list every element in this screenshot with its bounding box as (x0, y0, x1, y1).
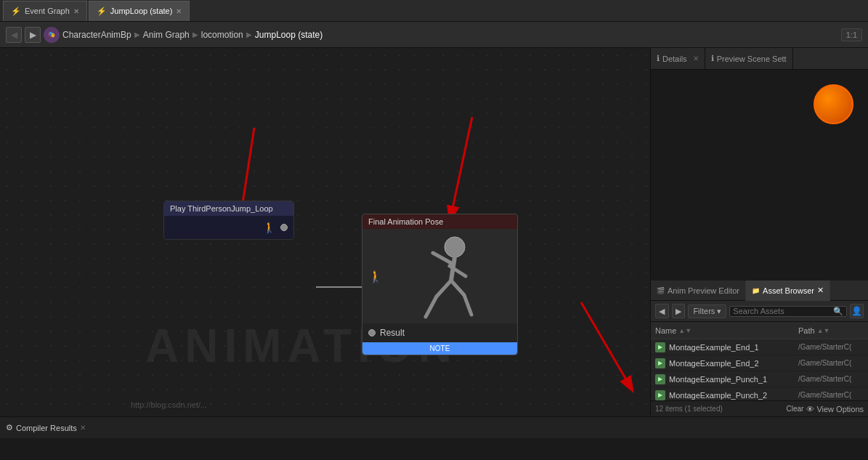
breadcrumb-bar: ◀ ▶ 🎭 CharacterAnimBp ▶ Anim Graph ▶ loc… (0, 22, 868, 48)
col-path-header: Path ▲▼ (798, 326, 864, 335)
play-node-person-icon: 🚶 (263, 222, 275, 233)
preview-scene-label: Preview Scene Sett (717, 55, 787, 63)
right-panel: ℹ Details ✕ ℹ Preview Scene Sett 🎬 Anim … (650, 48, 868, 416)
preview-scene-icon: ℹ (711, 54, 714, 63)
jumploop-icon: ⚡ (97, 7, 107, 16)
asset-row[interactable]: ▶MontageExample_Punch_1/Game/StarterC( (651, 371, 868, 387)
svg-point-6 (445, 237, 465, 257)
nav-forward-button[interactable]: ▶ (25, 27, 41, 43)
asset-browser-toolbar: ◀ ▶ Filters ▾ 🔍 👤 (651, 301, 868, 322)
play-node[interactable]: Play ThirdPersonJump_Loop 🚶 (163, 201, 294, 240)
asset-row[interactable]: ▶MontageExample_Punch_2/Game/StarterC( (651, 387, 868, 400)
red-arrow-3 (567, 288, 650, 404)
anim-preview-label: Anim Preview Editor (668, 286, 739, 295)
tab-bar: ⚡ Event Graph ✕ ⚡ JumpLoop (state) ✕ (0, 0, 868, 22)
asset-status-bar: 12 items (1 selected) Clear 👁 View Optio… (651, 400, 868, 416)
compiler-close[interactable]: ✕ (80, 424, 86, 432)
search-icon: 🔍 (833, 307, 843, 316)
breadcrumb-sep-3: ▶ (246, 31, 252, 39)
watermark-overlay: http://blog.csdn.net/... (131, 400, 207, 409)
asset-type-icon: ▶ (655, 390, 665, 400)
tab-details[interactable]: ℹ Details ✕ (651, 48, 705, 69)
asset-path-cell: /Game/StarterC( (798, 391, 864, 399)
asset-rows-container: ▶MontageExample_End_1/Game/StarterC(▶Mon… (651, 339, 868, 400)
asset-path-cell: /Game/StarterC( (798, 375, 864, 383)
filters-chevron-icon: ▾ (717, 307, 721, 316)
compiler-label: Compiler Results (16, 424, 77, 432)
asset-back-button[interactable]: ◀ (655, 304, 669, 318)
tab-anim-preview[interactable]: 🎬 Anim Preview Editor (651, 281, 746, 301)
tab-event-graph-label: Event Graph (25, 7, 70, 15)
asset-row[interactable]: ▶MontageExample_End_2/Game/StarterC( (651, 355, 868, 371)
final-node-result-label: Result (380, 328, 405, 338)
event-graph-icon: ⚡ (11, 7, 21, 16)
final-animation-pose-node[interactable]: Final Animation Pose (362, 214, 518, 355)
final-node-note: NOTE (430, 344, 450, 352)
tab-jumploop-label: JumpLoop (state) (110, 7, 173, 15)
col-path-sort[interactable]: ▲▼ (817, 327, 830, 334)
person-filter-button[interactable]: 👤 (850, 304, 864, 318)
tab-jumploop[interactable]: ⚡ JumpLoop (state) ✕ (89, 1, 190, 21)
breadcrumb-sep-2: ▶ (192, 31, 198, 39)
clear-button[interactable]: Clear (786, 405, 803, 413)
tab-event-graph[interactable]: ⚡ Event Graph ✕ (3, 1, 87, 21)
connection-line (0, 48, 650, 416)
col-name-sort[interactable]: ▲▼ (678, 327, 691, 334)
search-box: 🔍 (729, 306, 847, 317)
svg-line-5 (581, 302, 632, 390)
asset-path-cell: /Game/StarterC( (798, 343, 864, 351)
asset-path-cell: /Game/StarterC( (798, 359, 864, 367)
breadcrumb-item-2[interactable]: Anim Graph (143, 30, 190, 40)
asset-browser-label: Asset Browser (763, 286, 814, 295)
asset-row[interactable]: ▶MontageExample_End_1/Game/StarterC( (651, 339, 868, 355)
asset-browser-close[interactable]: ✕ (817, 286, 824, 295)
asset-count-label: 12 items (1 selected) (655, 405, 723, 413)
asset-table: Name ▲▼ Path ▲▼ ▶MontageExample_End_1/Ga… (651, 322, 868, 400)
asset-name-cell: MontageExample_End_2 (669, 359, 798, 368)
details-label: Details (662, 55, 687, 63)
breadcrumb-sep-1: ▶ (134, 31, 140, 39)
breadcrumb-item-1[interactable]: CharacterAnimBp (62, 30, 131, 40)
search-input[interactable] (733, 307, 833, 315)
tab-asset-browser[interactable]: 📁 Asset Browser ✕ (746, 281, 830, 301)
asset-type-icon: ▶ (655, 342, 665, 352)
tab-event-graph-close[interactable]: ✕ (73, 7, 79, 15)
final-node-header: Final Animation Pose (362, 214, 517, 229)
filters-button[interactable]: Filters ▾ (688, 304, 726, 318)
asset-table-header: Name ▲▼ Path ▲▼ (651, 322, 868, 339)
breadcrumb-item-4[interactable]: JumpLoop (state) (255, 30, 323, 40)
canvas-area[interactable]: ANIMATION (0, 48, 650, 416)
play-node-header: Play ThirdPersonJump_Loop (164, 201, 293, 216)
anim-preview-icon: 🎬 (657, 287, 665, 294)
breadcrumb-item-3[interactable]: locomotion (201, 30, 243, 40)
asset-forward-button[interactable]: ▶ (672, 304, 686, 318)
running-figure-svg (393, 231, 487, 322)
svg-line-11 (426, 296, 437, 317)
asset-type-icon: ▶ (655, 358, 665, 368)
compiler-bar: ⚙ Compiler Results ✕ (0, 416, 868, 438)
col-name-label: Name (655, 326, 676, 335)
play-node-body: 🚶 (164, 216, 293, 239)
asset-name-cell: MontageExample_End_1 (669, 343, 798, 352)
main-layout: ANIMATION (0, 48, 868, 416)
eye-icon: 👁 (806, 405, 814, 413)
details-icon: ℹ (657, 54, 660, 63)
preview-sphere (814, 84, 853, 124)
compiler-icon: ⚙ (6, 423, 13, 432)
asset-browser-icon: 📁 (752, 287, 760, 294)
tab-jumploop-close[interactable]: ✕ (176, 7, 182, 15)
view-options-label: View Options (816, 405, 864, 413)
svg-line-3 (450, 117, 472, 219)
asset-browser: ◀ ▶ Filters ▾ 🔍 👤 Name ▲▼ (651, 301, 868, 416)
nav-back-button[interactable]: ◀ (6, 27, 22, 43)
col-name-header: Name ▲▼ (655, 326, 798, 335)
view-options-button[interactable]: 👁 View Options (806, 405, 864, 413)
svg-line-10 (437, 281, 451, 296)
final-node-footer: NOTE (362, 342, 517, 355)
svg-line-12 (451, 281, 464, 295)
play-node-output-pin (280, 224, 288, 231)
details-close[interactable]: ✕ (693, 55, 699, 62)
compiler-tab[interactable]: ⚙ Compiler Results ✕ (6, 423, 86, 432)
tab-preview-scene[interactable]: ℹ Preview Scene Sett (705, 48, 793, 69)
final-node-result-row: Result (362, 323, 517, 342)
